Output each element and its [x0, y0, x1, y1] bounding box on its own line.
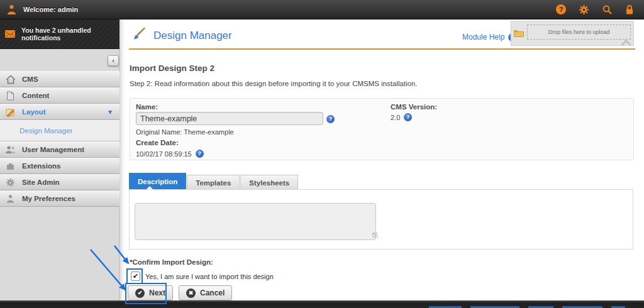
envelope-icon: [5, 30, 15, 38]
close-icon: ✖: [186, 289, 196, 298]
dropzone-dashed-area: Drop files here to upload: [527, 25, 631, 40]
tab-templates[interactable]: Templates: [187, 175, 240, 190]
help-icon[interactable]: ?: [556, 4, 566, 14]
design-info-fieldset: Name: ? Original Name: Theme-example Cre…: [130, 98, 634, 160]
check-icon: ✔: [135, 289, 145, 298]
confirm-checkbox[interactable]: ✔: [131, 272, 140, 281]
sidebar-collapse-button[interactable]: ‹: [108, 55, 119, 66]
sidebar-menu: CMS Content Layout ▾ Design Manager: [0, 71, 119, 207]
search-icon[interactable]: [602, 4, 613, 15]
document-icon: [5, 91, 16, 101]
sidebar: ‹ CMS Content Layout ▾: [0, 49, 119, 300]
folder-icon: [514, 28, 524, 40]
page-heading: Import Design Step 2: [130, 63, 214, 73]
settings-icon[interactable]: [579, 4, 589, 15]
dropzone-text: Drop files here to upload: [548, 29, 609, 35]
top-bar: Welcome: admin ?: [0, 0, 644, 19]
sidebar-item-extensions[interactable]: Extensions: [0, 158, 119, 174]
lock-icon[interactable]: [625, 4, 634, 15]
main-content: Design Manager Module Help ? Drop files …: [119, 19, 644, 300]
original-name-text: Original Name: Theme-example: [136, 128, 234, 136]
sidebar-item-layout[interactable]: Layout ▾: [0, 104, 119, 120]
footer-bar: [0, 300, 644, 308]
users-icon: [5, 145, 16, 154]
page-title[interactable]: Design Manager: [153, 30, 232, 42]
name-input[interactable]: [136, 112, 323, 125]
create-date-label: Create Date:: [136, 139, 179, 146]
name-label: Name:: [136, 103, 158, 111]
help-icon[interactable]: ?: [326, 115, 335, 123]
next-button[interactable]: ✔ Next: [128, 285, 173, 300]
description-tab-panel: [129, 189, 633, 250]
module-title-area: Design Manager: [132, 26, 232, 45]
welcome-area: Welcome: admin: [0, 4, 78, 15]
file-dropzone[interactable]: Drop files here to upload: [511, 21, 634, 46]
create-date-row: 10/02/17 08:59:15 ?: [136, 150, 204, 158]
topbar-icons: ?: [556, 4, 644, 15]
gear-icon: [5, 178, 16, 187]
sidebar-item-content[interactable]: Content: [0, 87, 119, 104]
cmsms-admin-screen: Welcome: admin ? You have 2 unhandled no…: [0, 0, 644, 308]
layout-icon: [5, 107, 16, 117]
module-help-link[interactable]: Module Help ?: [462, 33, 516, 41]
sidebar-item-my-preferences[interactable]: My Preferences: [0, 190, 119, 207]
sidebar-item-site-admin[interactable]: Site Admin: [0, 174, 119, 190]
create-date-value: 10/02/17 08:59:15: [136, 150, 192, 158]
chevron-down-icon: ▾: [108, 107, 112, 116]
resize-handle-icon[interactable]: [372, 233, 378, 238]
user-icon: [6, 4, 17, 15]
sidebar-item-user-management[interactable]: User Management: [0, 141, 119, 158]
help-icon[interactable]: ?: [196, 150, 204, 158]
welcome-text: Welcome: admin: [23, 6, 78, 13]
cms-version-label: CMS Version:: [391, 103, 437, 111]
form-buttons: ✔ Next ✖ Cancel: [128, 285, 232, 300]
help-icon[interactable]: ?: [404, 113, 412, 121]
chevron-up-icon[interactable]: [621, 40, 631, 50]
cancel-button[interactable]: ✖ Cancel: [179, 285, 232, 300]
notification-bar[interactable]: You have 2 unhandled notifications: [0, 19, 119, 49]
sidebar-item-cms[interactable]: CMS: [0, 71, 119, 87]
cms-version-row: 2.0 ?: [391, 113, 412, 121]
paintbrush-icon: [132, 26, 146, 45]
confirm-checkbox-row: ✔ Yes, I am sure I want to import this d…: [131, 272, 274, 281]
cms-version-value: 2.0: [391, 114, 400, 121]
sidebar-item-design-manager[interactable]: Design Manager: [0, 120, 119, 141]
tab-description[interactable]: Description: [129, 173, 186, 190]
description-textarea[interactable]: [135, 203, 376, 240]
tab-stylesheets[interactable]: Stylesheets: [240, 175, 298, 190]
puzzle-icon: [5, 162, 16, 170]
confirm-import-label: *Confirm Import Design:: [130, 258, 213, 266]
header-divider: [129, 48, 635, 50]
user-icon: [5, 194, 16, 203]
notification-text: You have 2 unhandled notifications: [21, 26, 119, 41]
home-icon: [5, 75, 16, 84]
step-description: Step 2: Read information about this desi…: [130, 80, 418, 87]
confirm-checkbox-label: Yes, I am sure I want to import this des…: [145, 273, 274, 280]
tab-bar: Description Templates Stylesheets: [129, 173, 299, 190]
